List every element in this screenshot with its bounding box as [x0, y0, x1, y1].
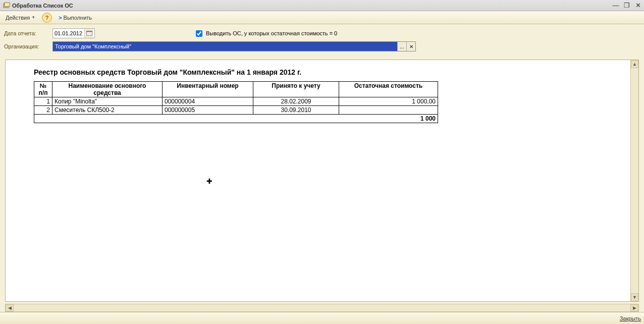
report-document: Реестр основных средств Торговый дом "Ко… — [6, 60, 638, 131]
help-button[interactable]: ? — [42, 13, 52, 23]
scroll-left-button[interactable]: ◀ — [6, 304, 14, 311]
col-header-cost: Остаточная стоимость — [339, 82, 438, 97]
cell-date: 30.09.2010 — [253, 106, 339, 115]
organization-clear-button[interactable]: ✕ — [406, 42, 415, 51]
cell-inv: 000000005 — [163, 106, 253, 115]
report-date-input[interactable] — [52, 28, 95, 38]
cell-num: 2 — [34, 106, 52, 115]
cell-inv: 000000004 — [163, 97, 253, 106]
filters-panel: Дата отчета: Выводить ОС, у которых оста… — [0, 24, 644, 59]
actions-label: Действия — [6, 15, 30, 21]
cell-date: 28.02.2009 — [253, 97, 339, 106]
actions-menu-button[interactable]: Действия ▼ — [2, 13, 39, 23]
app-icon — [3, 2, 10, 9]
footer-bar: Закрыть — [0, 312, 644, 324]
vertical-scrollbar[interactable]: ▲ ▼ — [630, 60, 638, 301]
scroll-up-button[interactable]: ▲ — [631, 60, 638, 68]
scroll-right-button[interactable]: ▶ — [630, 304, 638, 311]
cell-name: Смеситель СКЛ500-2 — [52, 106, 163, 115]
window-titlebar: Обработка Список ОС — ❐ ✕ — [0, 0, 644, 11]
report-date-field[interactable] — [53, 29, 84, 38]
report-area: Реестр основных средств Торговый дом "Ко… — [5, 60, 639, 302]
calendar-button[interactable] — [84, 29, 93, 38]
execute-label: Выполнить — [64, 15, 92, 21]
organization-select-button[interactable]: ... — [397, 42, 406, 51]
col-header-inv: Инвентарный номер — [163, 82, 253, 97]
play-icon: > — [59, 15, 62, 21]
chevron-down-icon: ▼ — [31, 15, 35, 20]
organization-input[interactable]: Торговый дом "Комплексный" ... ✕ — [52, 41, 416, 51]
minimize-button[interactable]: — — [612, 1, 620, 9]
cell-cost — [339, 106, 438, 115]
svg-rect-3 — [86, 31, 92, 32]
report-table: № п/п Наименование основного средства Ин… — [34, 81, 438, 123]
output-zero-checkbox-wrap[interactable]: Выводить ОС, у которых остаточная стоимо… — [194, 29, 337, 38]
toolbar: Действия ▼ ? > Выполнить — [0, 11, 644, 24]
cell-num: 1 — [34, 97, 52, 106]
cell-name: Копир "Minolta" — [52, 97, 163, 106]
output-zero-checkbox[interactable] — [196, 30, 202, 37]
col-header-num: № п/п — [34, 82, 52, 97]
org-label: Организация: — [4, 43, 49, 49]
organization-value[interactable]: Торговый дом "Комплексный" — [53, 42, 397, 51]
col-header-date: Принято к учету — [253, 82, 339, 97]
svg-rect-1 — [5, 3, 10, 7]
date-label: Дата отчета: — [4, 30, 49, 36]
hscroll-track[interactable] — [14, 304, 630, 311]
window-title: Обработка Список ОС — [12, 3, 73, 9]
scroll-track[interactable] — [631, 68, 638, 293]
total-row: 1 000 — [34, 115, 438, 123]
maximize-button[interactable]: ❐ — [623, 1, 631, 9]
horizontal-scrollbar[interactable]: ◀ ▶ — [5, 304, 639, 312]
close-window-button[interactable]: ✕ — [634, 1, 642, 9]
close-button[interactable]: Закрыть — [620, 315, 641, 321]
col-header-name: Наименование основного средства — [52, 82, 163, 97]
execute-button[interactable]: > Выполнить — [55, 13, 95, 23]
cell-cost: 1 000,00 — [339, 97, 438, 106]
cursor-cross-icon: ✚ — [206, 177, 212, 185]
table-row[interactable]: 2 Смеситель СКЛ500-2 000000005 30.09.201… — [34, 106, 438, 115]
report-title: Реестр основных средств Торговый дом "Ко… — [34, 68, 610, 76]
table-row[interactable]: 1 Копир "Minolta" 000000004 28.02.2009 1… — [34, 97, 438, 106]
scroll-down-button[interactable]: ▼ — [631, 293, 638, 301]
output-zero-label: Выводить ОС, у которых остаточная стоимо… — [206, 30, 337, 36]
total-value: 1 000 — [34, 115, 438, 123]
